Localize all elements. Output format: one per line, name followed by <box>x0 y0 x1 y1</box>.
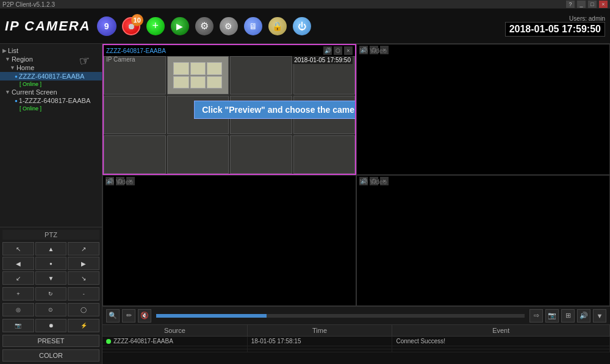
ptz-iris-close[interactable]: ◎ <box>2 303 34 316</box>
ptz-down[interactable]: ▼ <box>35 271 67 285</box>
lb4 <box>173 76 188 88</box>
log-col-source: Source <box>102 325 248 336</box>
video-cell-4[interactable]: No Video 🔊 ⬡ × <box>356 175 610 306</box>
app-logo: IP CAMERA <box>5 18 91 34</box>
tree-list-header: ▶ List <box>0 46 102 55</box>
pb-sound-btn[interactable]: 🔊 <box>577 309 590 323</box>
play-circle: ▶ <box>171 17 189 35</box>
tile-10 <box>167 135 229 174</box>
play-icon[interactable]: ▶ <box>169 15 191 37</box>
datetime-display: 2018-01-05 17:59:50 <box>505 22 605 37</box>
titlebar-title: P2P Client-v5.1.2.3 <box>2 1 55 8</box>
log-row-1[interactable]: ZZZZ-640817-EAABA 18-01-05 17:58:15 Conn… <box>102 337 610 346</box>
tree-home[interactable]: ▼ Home <box>0 63 102 72</box>
video-2-title: No Video <box>359 47 387 54</box>
camera-1-online: [ Online ] <box>20 81 41 87</box>
color-button[interactable]: COLOR <box>2 349 99 362</box>
tile-3 <box>230 56 292 95</box>
video-1-label: IP Camera <box>106 56 135 63</box>
pb-edit-btn[interactable]: ✏ <box>122 309 135 323</box>
ptz-extra3[interactable]: ⚡ <box>68 319 99 332</box>
record-icon[interactable]: ⏺ 10 <box>120 15 142 37</box>
lock-icon[interactable]: 🔒 <box>267 15 289 37</box>
log-source-3 <box>102 349 248 352</box>
tile-9 <box>104 135 166 174</box>
camera-2-online: [ Online ] <box>20 105 41 112</box>
pb-right-icons: ⇨ 📷 ⊞ 🔊 ▼ <box>529 309 606 323</box>
tile-11 <box>230 135 292 174</box>
monitor-icon[interactable]: 🖥 <box>242 15 264 37</box>
video-4-title: No Video <box>359 178 387 185</box>
close-button[interactable]: × <box>599 1 608 8</box>
badge-9-label: 9 <box>97 16 117 36</box>
ptz-left[interactable]: ◀ <box>2 257 34 270</box>
log-source-1: ZZZZ-640817-EAABA <box>102 337 248 346</box>
help-button[interactable]: ? <box>566 1 575 8</box>
steering-icon[interactable]: ⚙ <box>193 15 215 37</box>
ptz-iris-open[interactable]: ◯ <box>68 303 99 316</box>
ptz-zoom-in[interactable]: + <box>2 287 34 301</box>
power-circle: ⏻ <box>293 17 311 35</box>
video-cell-1[interactable]: ZZZZ-640817-EAABA 🔊 ⬡ × 2018-01-05 17:59… <box>102 44 356 175</box>
log-dot-1 <box>106 339 111 344</box>
lb3 <box>207 62 222 74</box>
maximize-button[interactable]: □ <box>588 1 597 8</box>
video-1-close[interactable]: × <box>344 46 353 55</box>
camera-1-dot: ● <box>15 74 18 79</box>
tree-area: ▶ List ▼ Region ▼ Home ● ZZZZ-640817-EAA… <box>0 44 102 227</box>
settings-icon[interactable]: ⚙ <box>218 15 240 37</box>
pb-transfer-btn[interactable]: ⇨ <box>529 309 543 323</box>
tree-camera-2[interactable]: ● 1-ZZZZ-640817-EAABA <box>0 96 102 105</box>
power-icon[interactable]: ⏻ <box>291 15 313 37</box>
pb-grid-btn[interactable]: ⊞ <box>561 309 575 323</box>
video-1-title: ZZZZ-640817-EAABA <box>106 48 166 54</box>
lb1 <box>173 62 188 74</box>
ptz-down-right[interactable]: ↘ <box>68 271 99 285</box>
minimize-button[interactable]: _ <box>577 1 586 8</box>
log-event-2 <box>392 346 610 349</box>
video-cell-3[interactable]: No Video 🔊 ⬡ × <box>102 175 356 306</box>
tree-current-screen[interactable]: ▼ Current Screen <box>0 88 102 96</box>
ptz-center[interactable]: ● <box>35 257 67 270</box>
lock-circle: 🔒 <box>268 17 287 35</box>
ptz-snap[interactable]: 📷 <box>2 319 34 332</box>
toolbar-icons: 9 ⏺ 10 + ▶ ⚙ ⚙ 🖥 🔒 ⏻ <box>96 15 505 37</box>
ptz-record-btn[interactable]: ⏺ <box>35 319 67 332</box>
ptz-down-left[interactable]: ↙ <box>2 271 34 285</box>
header: IP CAMERA 9 ⏺ 10 + ▶ ⚙ ⚙ 🖥 <box>0 9 610 44</box>
video-1-timestamp: 2018-01-05 17:59:50 <box>292 56 353 64</box>
notification-badge-icon[interactable]: 9 <box>96 15 118 37</box>
pb-more-btn[interactable]: ▼ <box>593 309 606 323</box>
add-icon[interactable]: + <box>145 15 167 37</box>
main-area: ▶ List ▼ Region ▼ Home ● ZZZZ-640817-EAA… <box>0 44 610 364</box>
camera-1-label: ZZZZ-640817-EAABA <box>19 73 85 80</box>
region-label: Region <box>12 55 33 63</box>
ptz-zoom-out[interactable]: - <box>68 287 99 301</box>
pb-volume-btn[interactable]: 🔇 <box>138 309 151 323</box>
lb5 <box>190 76 206 88</box>
tree-camera-1[interactable]: ● ZZZZ-640817-EAABA <box>0 72 102 80</box>
log-event-1: Connect Success! <box>392 337 610 346</box>
pb-slider[interactable] <box>156 314 525 318</box>
video-3-header: No Video 🔊 ⬡ × <box>103 176 356 187</box>
ptz-up-left[interactable]: ↖ <box>2 242 34 255</box>
tile-light-1 <box>167 56 229 95</box>
camera-2-dot: ● <box>15 98 18 104</box>
log-source-2 <box>102 346 248 349</box>
ptz-up-right[interactable]: ↗ <box>68 242 99 255</box>
ptz-focus[interactable]: ⊙ <box>35 303 67 316</box>
ptz-up[interactable]: ▲ <box>35 242 67 255</box>
video-4-header: No Video 🔊 ⬡ × <box>357 176 609 187</box>
video-cell-2[interactable]: No Video 🔊 ⬡ × <box>356 44 610 175</box>
pb-search-btn[interactable]: 🔍 <box>106 309 120 323</box>
video-1-expand[interactable]: ⬡ <box>334 46 342 55</box>
list-label: List <box>8 47 18 54</box>
preview-tooltip: Click "Preview" and choose the camera <box>194 101 356 119</box>
video-3-title: No Video <box>106 178 133 185</box>
tree-region[interactable]: ▼ Region <box>0 55 102 63</box>
preset-button[interactable]: PRESET <box>2 335 99 347</box>
pb-snapshot-btn[interactable]: 📷 <box>545 309 559 323</box>
ptz-rotate[interactable]: ↻ <box>35 287 67 301</box>
ptz-right[interactable]: ▶ <box>68 257 99 270</box>
video-1-sound[interactable]: 🔊 <box>323 46 332 55</box>
